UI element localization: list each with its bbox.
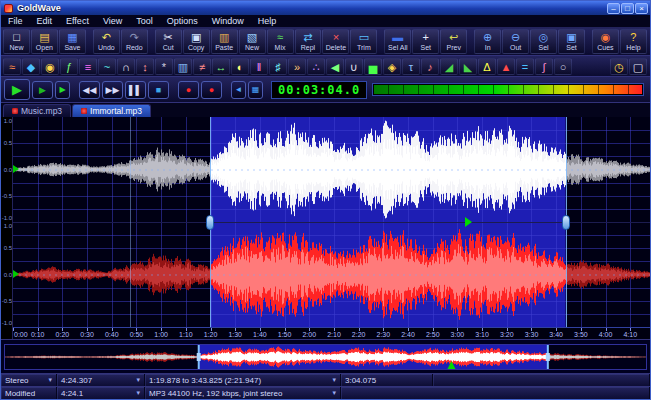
- toolbar-set-button[interactable]: ▣Set: [558, 29, 585, 54]
- overview-waveform[interactable]: [4, 344, 647, 370]
- document-tabs: Music.mp3Immortal.mp3: [1, 103, 650, 117]
- mute-icon[interactable]: ○: [554, 58, 572, 75]
- mechanize-effect-icon[interactable]: *: [155, 58, 173, 75]
- status-file-format[interactable]: MP3 44100 Hz, 192 kbps, joint stereo▾: [145, 387, 341, 399]
- menu-item-edit[interactable]: Edit: [30, 16, 60, 26]
- flanger-effect-icon[interactable]: ~: [98, 58, 116, 75]
- doppler-effect-icon[interactable]: ≈: [3, 58, 21, 75]
- monitor-button[interactable]: ▦: [248, 81, 263, 99]
- interpolate-effect-icon[interactable]: ∩: [117, 58, 135, 75]
- dynamics-effect-icon[interactable]: ◆: [22, 58, 40, 75]
- status-selection-range[interactable]: 1:19.878 to 3:43.825 (2:21.947)▾: [145, 374, 341, 386]
- spectrum-filter-icon[interactable]: ▅: [364, 58, 382, 75]
- menu-item-view[interactable]: View: [96, 16, 129, 26]
- smoother-effect-icon[interactable]: ∪: [345, 58, 363, 75]
- toolbar-repl-button[interactable]: ⇄Repl: [295, 29, 322, 54]
- menu-item-effect[interactable]: Effect: [59, 16, 96, 26]
- fade-out-icon[interactable]: ◣: [459, 58, 477, 75]
- tab-music-mp3[interactable]: Music.mp3: [3, 104, 71, 117]
- record-new-button[interactable]: ●: [201, 81, 222, 99]
- maximize-button[interactable]: □: [621, 3, 634, 14]
- status-channel-mode[interactable]: Stereo▾: [1, 374, 57, 386]
- expression-evaluator-icon[interactable]: ƒ: [60, 58, 78, 75]
- menu-item-tool[interactable]: Tool: [129, 16, 160, 26]
- toolbar-cues-button[interactable]: ◉Cues: [592, 29, 619, 54]
- toolbar-delete-button[interactable]: ×Delete: [322, 29, 349, 54]
- playback-rate-icon[interactable]: »: [288, 58, 306, 75]
- tab-immortal-mp3[interactable]: Immortal.mp3: [72, 104, 151, 117]
- invert-effect-icon[interactable]: ↕: [136, 58, 154, 75]
- toolbar-undo-button[interactable]: ↶Undo: [93, 29, 120, 54]
- toolbar-new-button[interactable]: ▧New: [239, 29, 266, 54]
- toolbar-sel-all-button[interactable]: ▬Sel All: [384, 29, 411, 54]
- rewind-button[interactable]: ◀◀: [79, 81, 100, 99]
- pitch-effect-icon[interactable]: ♯: [269, 58, 287, 75]
- toolbar-set-button[interactable]: +Set: [412, 29, 439, 54]
- menu-item-window[interactable]: Window: [205, 16, 251, 26]
- status-total-length[interactable]: 4:24.307▾: [57, 374, 145, 386]
- left-channel-marker-icon[interactable]: [13, 165, 19, 173]
- toolbar-prev-button[interactable]: ↩Prev: [440, 29, 467, 54]
- toolbar-out-button[interactable]: ⊖Out: [502, 29, 529, 54]
- time-warp-icon[interactable]: τ: [402, 58, 420, 75]
- voice-over-icon[interactable]: ♪: [421, 58, 439, 75]
- reverb-effect-icon[interactable]: ∴: [307, 58, 325, 75]
- toolbar-trim-button[interactable]: ▭Trim: [350, 29, 377, 54]
- close-button[interactable]: ×: [635, 3, 648, 14]
- out-icon: ⊖: [511, 30, 520, 44]
- play-button[interactable]: ▶: [4, 79, 30, 100]
- maximize-volume-icon[interactable]: ▲: [497, 58, 515, 75]
- toolbar-open-button[interactable]: ▤Open: [31, 29, 58, 54]
- toolbar-in-button[interactable]: ⊕In: [474, 29, 501, 54]
- toolbar-new-button[interactable]: □New: [3, 29, 30, 54]
- multichannel-effect-icon[interactable]: ▥: [174, 58, 192, 75]
- toolbar-button-label: Cues: [597, 44, 613, 52]
- toolbar-cut-button[interactable]: ✂Cut: [155, 29, 182, 54]
- toolbar-copy-button[interactable]: ▣Copy: [183, 29, 210, 54]
- selection-start-handle[interactable]: [206, 215, 214, 230]
- shape-volume-icon[interactable]: ∫: [535, 58, 553, 75]
- fast-forward-button[interactable]: ▶▶: [102, 81, 123, 99]
- toolbar-mix-button[interactable]: ≈Mix: [267, 29, 294, 54]
- clock-icon[interactable]: ◷: [610, 58, 628, 75]
- left-channel-waveform[interactable]: [13, 117, 650, 222]
- stop-button[interactable]: ■: [148, 81, 169, 99]
- right-channel-marker-icon[interactable]: [13, 270, 19, 278]
- status-filler: [433, 374, 650, 386]
- echo-effect-icon[interactable]: ◉: [41, 58, 59, 75]
- amplitude-label: 1.0: [4, 118, 12, 124]
- offset-effect-icon[interactable]: ↔: [212, 58, 230, 75]
- volume-change-icon[interactable]: Δ: [478, 58, 496, 75]
- parametric-eq-icon[interactable]: ‖: [250, 58, 268, 75]
- menu-item-options[interactable]: Options: [160, 16, 205, 26]
- toolbar-sel-button[interactable]: ◎Sel: [530, 29, 557, 54]
- record-button[interactable]: ●: [178, 81, 199, 99]
- match-volume-icon[interactable]: =: [516, 58, 534, 75]
- fade-in-icon[interactable]: ◢: [440, 58, 458, 75]
- toolbar-help-button[interactable]: ?Help: [620, 29, 647, 54]
- volume-button[interactable]: ◄: [231, 81, 246, 99]
- right-channel-waveform[interactable]: [13, 222, 650, 327]
- menu-item-file[interactable]: File: [1, 16, 30, 26]
- reverse-effect-icon[interactable]: ◀: [326, 58, 344, 75]
- toolbar-paste-button[interactable]: ▥Paste: [211, 29, 238, 54]
- pause-button[interactable]: ▌▌: [125, 81, 146, 99]
- selection-end-handle[interactable]: [562, 215, 570, 230]
- time-ruler[interactable]: 0:000:100:200:300:400:501:001:101:201:30…: [13, 327, 650, 339]
- toolbar-save-button[interactable]: ▦Save: [59, 29, 86, 54]
- filter-effect-icon[interactable]: ≡: [79, 58, 97, 75]
- play-selection-button[interactable]: ▶: [32, 81, 53, 99]
- comment-icon[interactable]: ▢: [629, 58, 647, 75]
- status-view-length[interactable]: 4:24.1▾: [57, 387, 145, 399]
- status-bar-top: Stereo▾4:24.307▾1:19.878 to 3:43.825 (2:…: [1, 373, 650, 386]
- play-all-button[interactable]: ▶: [55, 81, 70, 99]
- dropdown-arrow-icon: ▾: [330, 389, 336, 397]
- stereo-center-icon[interactable]: ◈: [383, 58, 401, 75]
- menu-item-help[interactable]: Help: [251, 16, 284, 26]
- minimize-button[interactable]: –: [607, 3, 620, 14]
- cue-marker-line[interactable]: [130, 117, 131, 327]
- noise-reduction-icon[interactable]: ≠: [193, 58, 211, 75]
- pan-effect-icon[interactable]: ◐: [231, 58, 249, 75]
- title-bar[interactable]: GoldWave – □ ×: [1, 1, 650, 15]
- toolbar-redo-button[interactable]: ↷Redo: [121, 29, 148, 54]
